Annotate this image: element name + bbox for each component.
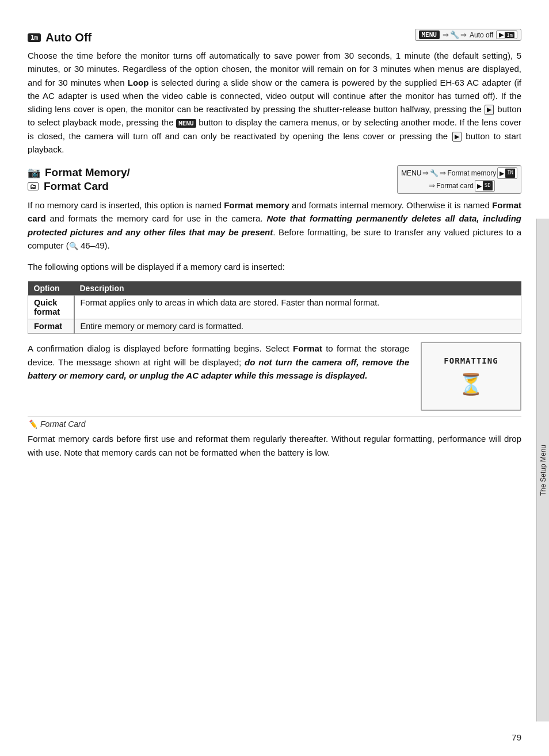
table-header-description: Description — [74, 281, 521, 296]
format-text-1: If no memory card is inserted, this opti… — [28, 200, 224, 210]
confirmation-area: A confirmation dialog is displayed befor… — [28, 342, 521, 411]
playback-icon-1: ▶ — [485, 105, 494, 115]
sidebar-tab: The Setup Menu — [536, 219, 549, 721]
menu-arrow-1: ⇒ — [443, 30, 449, 39]
final-text-content: Format memory cards before first use and… — [28, 434, 521, 457]
sidebar-tab-text: The Setup Menu — [539, 445, 547, 496]
table-header-option: Option — [28, 281, 74, 296]
menu-settings-icon: 🔧 — [450, 30, 459, 39]
table-row: Format Entire memory or memory card is f… — [28, 319, 521, 334]
format-memory-end: ▶ IN — [497, 167, 517, 180]
ref-icon: 🔍 — [69, 242, 78, 250]
format-option: Format — [28, 319, 74, 334]
format-bold-1: Format memory — [224, 200, 289, 210]
hourglass-icon: ⏳ — [458, 372, 484, 396]
following-text-content: The following options will be displayed … — [28, 262, 285, 272]
auto-off-title-text: Auto Off — [45, 31, 92, 44]
page-number: 79 — [512, 732, 521, 742]
format-card-end: ▶ SD — [475, 180, 495, 192]
format-text-5: ). — [105, 240, 110, 250]
auto-off-body: Choose the time before the monitor turns… — [28, 49, 521, 156]
row2-badge: SD — [483, 181, 493, 190]
playback-icon-2: ▶ — [452, 132, 462, 142]
following-text: The following options will be displayed … — [28, 260, 521, 273]
menu-end-badge: ▶ 1m — [496, 30, 517, 39]
format-section-title: 📷 Format Memory/ — [28, 166, 397, 179]
memory-cam-icon: 📷 — [28, 166, 40, 179]
settings-icon-1: 🔧 — [430, 167, 439, 179]
end-arrow: ▶ — [499, 31, 504, 39]
format-menu-row2: ⇒ Format card ▶ SD — [401, 180, 517, 192]
auto-off-loop: Loop — [128, 78, 149, 87]
format-subtitle: 🗂 Format Card — [28, 180, 397, 193]
menu-inline-label: MENU — [176, 119, 196, 128]
format-card-note: ✏️ Format Card — [28, 417, 521, 429]
format-subtitle-text: Format Card — [44, 180, 109, 193]
row1-arrow: ▶ — [500, 168, 504, 179]
format-text-2: and formats internal memory. Otherwise i… — [289, 200, 492, 210]
conf-text-1: A confirmation dialog is displayed befor… — [28, 343, 293, 353]
quick-format-description: Format applies only to areas in which da… — [74, 296, 521, 319]
row2-arrow: ▶ — [477, 181, 482, 192]
dmp-arrow-2: ⇒ — [440, 167, 446, 180]
options-table: Option Description Quickformat Format ap… — [28, 281, 521, 334]
menu-arrow-2: ⇒ — [460, 30, 467, 39]
row1-badge: IN — [505, 169, 515, 177]
format-text-3: and formats the memory card for use in t… — [46, 213, 267, 223]
auto-off-menu-path: MENU ⇒ 🔧 ⇒ Auto off ▶ 1m — [415, 29, 522, 41]
conf-bold: Format — [293, 343, 322, 353]
table-header-row: Option Description — [28, 281, 521, 296]
format-body-text: If no memory card is inserted, this opti… — [28, 198, 521, 252]
menu-auto-off-item: Auto off — [470, 31, 493, 39]
format-description: Entire memory or memory card is formatte… — [74, 319, 521, 334]
page: MENU ⇒ 🔧 ⇒ Auto off ▶ 1m 1m Auto Off Cho… — [0, 0, 549, 756]
page-ref: 46–49 — [81, 240, 105, 250]
format-memory-section: MENU ⇒ 🔧 ⇒ Format memory ▶ IN ⇒ Format c… — [28, 166, 521, 459]
formatting-box: FORMATTING ⏳ — [421, 342, 521, 411]
dmp-arrow-3: ⇒ — [429, 180, 435, 192]
format-memory-item: Format memory — [447, 167, 496, 179]
format-menu-row1: MENU ⇒ 🔧 ⇒ Format memory ▶ IN — [401, 167, 517, 180]
table-row: Quickformat Format applies only to areas… — [28, 296, 521, 319]
auto-off-section: MENU ⇒ 🔧 ⇒ Auto off ▶ 1m 1m Auto Off Cho… — [28, 31, 521, 156]
format-card-note-text: Format Card — [40, 419, 86, 429]
format-menu-path: MENU ⇒ 🔧 ⇒ Format memory ▶ IN ⇒ Format c… — [397, 165, 521, 194]
final-text: Format memory cards before first use and… — [28, 432, 521, 459]
auto-off-icon-badge: 1m — [28, 33, 41, 42]
quick-format-option: Quickformat — [28, 296, 74, 319]
format-card-item: Format card — [436, 180, 474, 192]
auto-off-title: 1m Auto Off — [28, 31, 415, 44]
card-icon: 🗂 — [28, 182, 39, 190]
menu-button-label: MENU — [419, 30, 440, 39]
format-section-title-text: Format Memory/ — [45, 166, 130, 179]
dmp-arrow-1: ⇒ — [422, 167, 429, 180]
confirmation-text: A confirmation dialog is displayed befor… — [28, 342, 409, 382]
note-pencil-icon: ✏️ — [28, 419, 37, 429]
formatting-label: FORMATTING — [444, 356, 498, 365]
menu-btn-1: MENU — [401, 167, 421, 179]
end-inner-badge: 1m — [505, 32, 514, 38]
